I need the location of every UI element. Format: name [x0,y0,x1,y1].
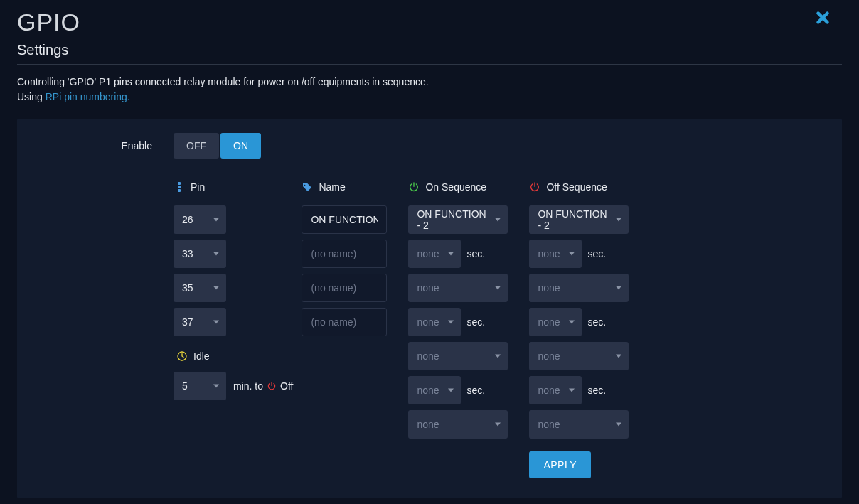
off-seq-delay-1[interactable]: none [529,240,582,268]
name-header-label: Name [319,181,345,193]
tag-icon [302,181,313,193]
off-sequence-header-label: Off Sequence [546,181,607,193]
name-header: Name [302,181,387,193]
pin-select-3[interactable]: 37 [174,308,226,336]
off-seq-select-0[interactable]: ON FUNCTION - 2 [529,205,629,234]
svg-rect-0 [178,182,181,185]
desc-using: Using [17,91,46,102]
power-on-icon [408,181,420,193]
enable-toggle: OFF ON [174,133,261,159]
sec-label: sec. [466,385,485,396]
pin-header-label: Pin [191,181,205,193]
description: Controlling 'GPIO' P1 pins connected rel… [17,65,842,109]
idle-header-label: Idle [193,350,210,362]
on-seq-delay-5[interactable]: none [408,376,461,404]
off-sequence-column: Off Sequence ON FUNCTION - 2 nonesec. no… [529,181,629,478]
svg-rect-1 [178,186,181,188]
on-seq-select-4[interactable]: none [408,342,508,370]
enable-label: Enable [17,140,174,151]
enable-on-button[interactable]: ON [220,133,261,159]
on-seq-select-2[interactable]: none [408,274,508,302]
sec-label: sec. [587,248,606,259]
idle-header: Idle [176,350,293,362]
clock-icon [176,350,188,362]
pin-header: Pin [174,181,293,193]
off-seq-delay-5[interactable]: none [529,376,582,404]
desc-line1: Controlling 'GPIO' P1 pins connected rel… [17,76,429,87]
pin-icon [174,181,185,193]
page-title: GPIO [17,0,842,42]
pin-select-0[interactable]: 26 [174,205,226,234]
name-input-0[interactable] [302,205,387,234]
settings-panel: Enable OFF ON Pin 26 33 35 37 Idle 5 mi [17,119,842,498]
settings-heading: Settings [17,42,842,65]
idle-suffix: min. to Off [233,380,293,392]
power-off-icon [529,181,540,193]
name-input-2[interactable] [302,274,387,302]
on-sequence-header-label: On Sequence [425,181,486,193]
off-sequence-header: Off Sequence [529,181,629,193]
on-seq-delay-1[interactable]: none [408,240,461,268]
idle-select[interactable]: 5 [174,372,226,400]
off-seq-delay-3[interactable]: none [529,308,582,336]
on-sequence-column: On Sequence ON FUNCTION - 2 nonesec. non… [408,181,508,478]
sec-label: sec. [466,248,485,259]
on-seq-select-6[interactable]: none [408,410,508,439]
on-seq-select-0[interactable]: ON FUNCTION - 2 [408,205,508,234]
name-input-1[interactable] [302,240,387,268]
apply-button[interactable]: APPLY [529,451,591,478]
enable-off-button[interactable]: OFF [174,133,219,159]
pin-column: Pin 26 33 35 37 Idle 5 min. to Off [174,181,293,478]
off-seq-select-4[interactable]: none [529,342,629,370]
name-column: Name [302,181,387,478]
svg-rect-2 [178,189,181,192]
rpi-pin-numbering-link[interactable]: RPi pin numbering. [46,91,130,102]
sec-label: sec. [587,316,606,328]
pin-select-1[interactable]: 33 [174,240,226,268]
sec-label: sec. [587,385,606,396]
pin-select-2[interactable]: 35 [174,274,226,302]
on-sequence-header: On Sequence [408,181,508,193]
on-seq-delay-3[interactable]: none [408,308,461,336]
close-icon[interactable] [815,10,831,28]
off-seq-select-2[interactable]: none [529,274,629,302]
enable-row: Enable OFF ON [17,133,842,159]
name-input-3[interactable] [302,308,387,336]
off-seq-select-6[interactable]: none [529,410,629,439]
sec-label: sec. [466,316,485,328]
power-icon [267,381,277,391]
